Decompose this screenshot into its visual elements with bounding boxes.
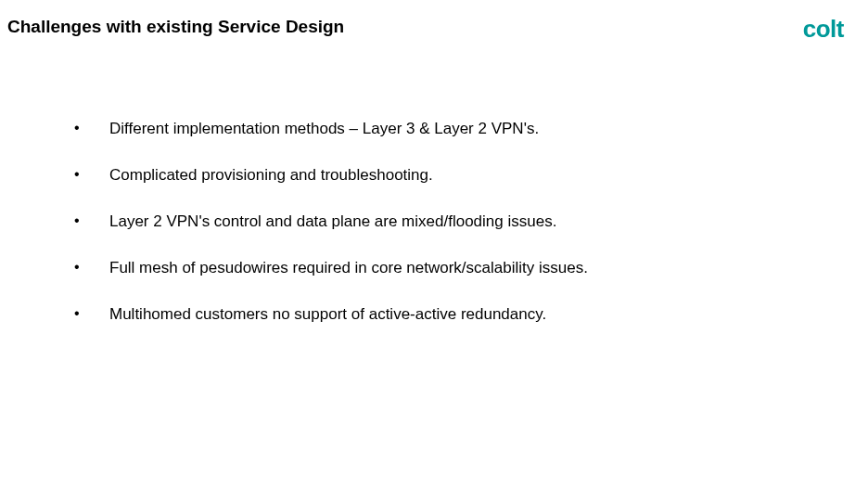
bullet-list: • Different implementation methods – Lay…	[74, 119, 798, 351]
bullet-text: Layer 2 VPN's control and data plane are…	[109, 212, 556, 232]
bullet-text: Complicated provisioning and troubleshoo…	[109, 165, 433, 186]
bullet-icon: •	[74, 258, 109, 276]
list-item: • Layer 2 VPN's control and data plane a…	[74, 212, 798, 232]
bullet-icon: •	[74, 119, 109, 137]
bullet-text: Different implementation methods – Layer…	[109, 119, 539, 139]
slide-title: Challenges with existing Service Design	[7, 17, 344, 37]
bullet-text: Full mesh of pesudowires required in cor…	[109, 258, 588, 278]
list-item: • Multihomed customers no support of act…	[74, 304, 798, 325]
bullet-icon: •	[74, 212, 109, 230]
bullet-icon: •	[74, 165, 109, 184]
list-item: • Full mesh of pesudowires required in c…	[74, 258, 798, 278]
brand-logo: colt	[803, 15, 844, 44]
list-item: • Complicated provisioning and troublesh…	[74, 165, 798, 186]
bullet-text: Multihomed customers no support of activ…	[109, 304, 546, 325]
list-item: • Different implementation methods – Lay…	[74, 119, 798, 139]
bullet-icon: •	[74, 304, 109, 323]
